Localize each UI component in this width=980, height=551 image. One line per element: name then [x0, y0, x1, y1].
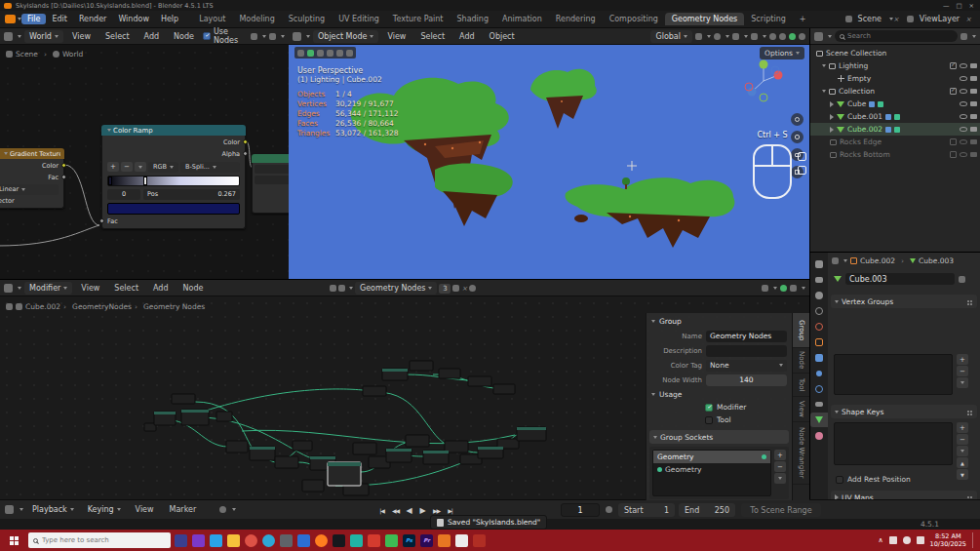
workspace-tab-layout[interactable]: Layout: [192, 13, 232, 25]
to-scene-range-button[interactable]: To Scene Range: [741, 503, 821, 517]
tab-output-properties[interactable]: [810, 272, 828, 287]
modifier-checkbox[interactable]: [705, 404, 713, 412]
hide-eye-icon[interactable]: [960, 127, 967, 132]
taskbar-blender-icon[interactable]: [315, 534, 328, 547]
outliner-row-collection[interactable]: Collection: [810, 85, 980, 98]
outliner-row-cube-002[interactable]: Cube.002: [810, 123, 980, 136]
viewport-menu-select[interactable]: Select: [414, 31, 451, 42]
shape-key-specials-button[interactable]: [957, 446, 968, 456]
hide-eye-icon[interactable]: [960, 152, 967, 157]
hide-eye-icon[interactable]: [960, 114, 967, 119]
breadcrumb-scene[interactable]: Scene: [16, 50, 38, 59]
workspace-tab-geometry-nodes[interactable]: Geometry Nodes: [665, 13, 744, 25]
workspace-tab-rendering[interactable]: Rendering: [549, 13, 603, 25]
fac-socket[interactable]: [61, 175, 66, 179]
menu-help[interactable]: Help: [155, 14, 184, 24]
pin-icon[interactable]: [469, 285, 476, 292]
chevron-down-icon[interactable]: [707, 35, 711, 38]
start-button[interactable]: [10, 536, 19, 545]
ramp-active-index-field[interactable]: 0: [107, 189, 140, 200]
taskbar-folder-icon[interactable]: [227, 534, 240, 547]
ramp-stop-1[interactable]: [143, 177, 147, 185]
tab-particle-properties[interactable]: [810, 366, 828, 380]
keying-menu[interactable]: Keying: [83, 503, 126, 516]
shader-menu-node[interactable]: Node: [168, 31, 200, 42]
timeline-editor-type-icon[interactable]: [5, 505, 14, 514]
shading-rendered-icon[interactable]: [799, 33, 805, 40]
tab-material-properties[interactable]: [810, 428, 828, 443]
shader-menu-select[interactable]: Select: [99, 31, 136, 42]
tab-view-layer-properties[interactable]: [810, 288, 828, 302]
tab-world-properties[interactable]: [810, 319, 828, 334]
breadcrumb-node-tree[interactable]: Geometry Nodes: [143, 302, 205, 311]
socket-row-input[interactable]: Geometry: [653, 463, 770, 476]
disable-render-icon[interactable]: [970, 127, 977, 132]
collapse-icon[interactable]: [107, 129, 111, 132]
outliner-row-empty[interactable]: Empty: [810, 72, 980, 85]
breadcrumb-object[interactable]: Cube.002: [860, 256, 895, 265]
active-tool-icon[interactable]: [307, 50, 314, 57]
ramp-color-mode-dropdown[interactable]: RGB: [148, 162, 178, 173]
taskbar-edge-icon[interactable]: [262, 534, 275, 547]
snap-magnet-icon[interactable]: [762, 285, 768, 292]
socket-row-output[interactable]: Geometry: [653, 451, 770, 463]
outliner-row-cube[interactable]: Cube: [810, 98, 980, 110]
snapping-icon[interactable]: [251, 33, 257, 40]
geometry-nodes-icon[interactable]: [894, 114, 900, 120]
node-menu-select[interactable]: Select: [108, 283, 144, 294]
visibility-toggle-icon[interactable]: [732, 33, 739, 40]
node-menu-view[interactable]: View: [75, 283, 105, 294]
chevron-down-icon[interactable]: [763, 35, 766, 38]
shader-menu-view[interactable]: View: [66, 31, 97, 42]
vertex-group-specials-button[interactable]: [957, 377, 968, 388]
shape-keys-panel-header[interactable]: Shape Keys: [831, 405, 977, 418]
exclude-checkbox[interactable]: [950, 151, 957, 158]
taskbar-search[interactable]: [28, 532, 171, 548]
tab-constraint-properties[interactable]: [810, 397, 828, 412]
ramp-interpolation-dropdown[interactable]: B-Spli...: [180, 162, 240, 173]
chevron-down-icon[interactable]: [281, 35, 285, 38]
modifier-wrench-icon[interactable]: [885, 127, 891, 133]
minimize-button[interactable]: —: [943, 2, 950, 10]
add-workspace-button[interactable]: +: [793, 13, 813, 25]
node-editor-type-icon[interactable]: [4, 284, 13, 293]
node-menu-node[interactable]: Node: [177, 283, 210, 294]
tab-tool[interactable]: Tool: [793, 374, 809, 397]
node-tree-name[interactable]: Geometry Nodes: [355, 282, 437, 295]
gradient-blend-dropdown[interactable]: Linear: [0, 184, 59, 195]
timeline-menu-marker[interactable]: Marker: [164, 504, 203, 515]
taskbar-app-icon-3[interactable]: [210, 534, 222, 547]
expand-icon[interactable]: [830, 114, 834, 120]
expand-icon[interactable]: [830, 101, 834, 107]
overlay-toggle-icon[interactable]: [780, 285, 787, 292]
overlays-toggle-icon[interactable]: [751, 33, 758, 40]
unlink-scene-icon[interactable]: [893, 15, 899, 23]
vertex-groups-list[interactable]: [834, 354, 953, 395]
hide-eye-icon[interactable]: [960, 76, 967, 81]
chevron-down-icon[interactable]: [262, 35, 266, 38]
prev-keyframe-button[interactable]: ◀◀: [389, 503, 402, 517]
menu-render[interactable]: Render: [73, 14, 112, 24]
blender-menu-icon[interactable]: [5, 15, 16, 23]
disable-render-icon[interactable]: [970, 114, 977, 119]
exclude-checkbox[interactable]: [950, 138, 957, 145]
node-canvas[interactable]: Cube.002 GeometryNodes Geometry Nodes: [0, 296, 809, 500]
menu-edit[interactable]: Edit: [46, 14, 73, 24]
tab-render-properties[interactable]: [810, 256, 828, 271]
geometry-nodes-icon[interactable]: [894, 127, 900, 133]
shading-material-icon[interactable]: [789, 33, 796, 40]
shader-canvas[interactable]: Scene World Gradient Texture Color Fac L…: [0, 45, 289, 279]
color-ramp-node[interactable]: Color Ramp Color Alpha + − RGB B-Spli...: [101, 125, 246, 229]
taskbar-photoshop-icon[interactable]: Ps: [403, 534, 415, 547]
ramp-stop-0[interactable]: [108, 177, 112, 185]
hide-eye-icon[interactable]: [960, 139, 967, 144]
playback-menu[interactable]: Playback: [27, 503, 79, 516]
preview-range-icon[interactable]: [606, 506, 612, 513]
exclude-checkbox[interactable]: [950, 88, 957, 95]
group-sockets-panel-header[interactable]: Group Sockets: [649, 430, 789, 444]
taskbar-premiere-icon[interactable]: Pr: [420, 534, 433, 547]
workspace-tab-compositing[interactable]: Compositing: [603, 13, 665, 25]
remove-socket-button[interactable]: −: [774, 461, 786, 472]
volume-icon[interactable]: [903, 536, 911, 544]
group-name-field[interactable]: Geometry Nodes: [706, 331, 787, 342]
